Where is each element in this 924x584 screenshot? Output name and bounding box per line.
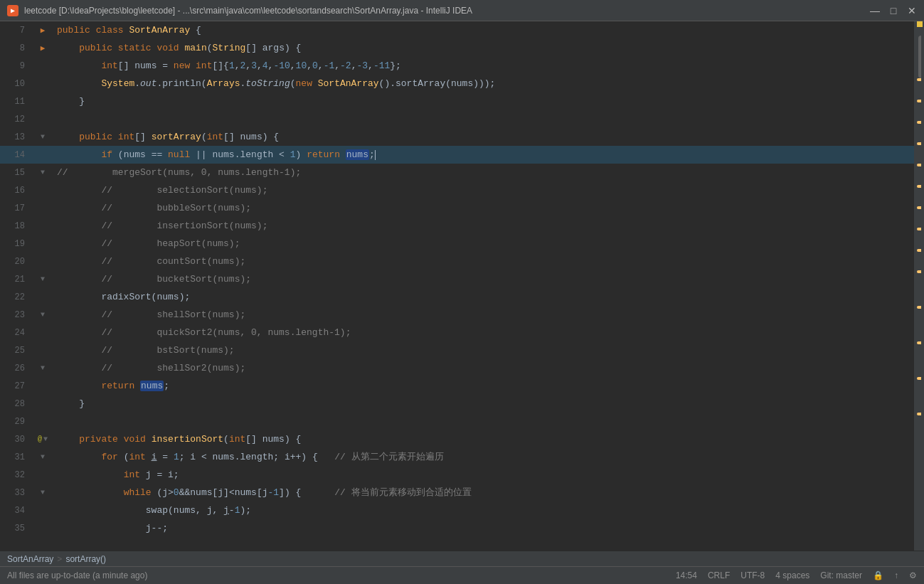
table-row: 10 System.out.println(Arrays.toString(ne… [0,75,914,92]
status-time[interactable]: 14:54 [676,570,697,580]
table-row: 12 [0,110,914,128]
fold-icon[interactable]: ▼ [41,275,45,283]
table-row: 23 ▼ // shellSort(nums); [0,306,914,324]
status-right: 14:54 CRLF UTF-8 4 spaces Git: master 🔒 … [676,570,917,580]
table-row: 33 ▼ while (j>0&&nums[j]<nums[j-1]) { //… [0,484,914,501]
table-row: 21 ▼ // bucketSort(nums); [0,270,914,288]
table-row: 20 // countSort(nums); [0,253,914,270]
fold-icon[interactable]: ▼ [41,169,45,176]
status-bar: All files are up-to-date (a minute ago) … [0,566,924,584]
right-gutter[interactable] [914,21,924,551]
bookmark-icon: @ [38,435,42,443]
code-editor[interactable]: 7 ▶ public class SortAnArray { 8 ▶ publi… [0,21,914,551]
table-row: 26 ▼ // shellSor2(nums); [0,359,914,377]
fold-icon[interactable]: ▼ [41,311,45,319]
fold-icon[interactable]: ▼ [41,489,45,497]
table-row: 34 swap(nums, j, j-1); [0,501,914,519]
fold-icon[interactable]: ▼ [43,435,48,443]
breadcrumb: SortAnArray > sortArray() [0,551,924,566]
status-indent[interactable]: 4 spaces [775,570,809,580]
table-row: 31 ▼ for (int i = 1; i < nums.length; i+… [0,448,914,466]
breadcrumb-sep: > [57,554,62,564]
table-row: 27 return nums; [0,377,914,395]
table-row: 15 ▼ // mergeSort(nums, 0, nums.length-1… [0,164,914,181]
table-row: 14 if (nums == null || nums.length < 1) … [0,146,914,164]
title-bar-controls[interactable]: — □ ✕ [870,6,917,16]
status-encoding[interactable]: UTF-8 [740,570,765,580]
error-indicator [917,21,923,27]
table-row: 13 ▼ public int[] sortArray(int[] nums) … [0,128,914,146]
table-row: 32 int j = i; [0,466,914,484]
table-row: 30 @ ▼ private void insertionSort(int[] … [0,430,914,448]
table-row: 18 // insertionSort(nums); [0,217,914,235]
title-text: leetcode [D:\IdeaProjects\blog\leetcode]… [24,6,472,16]
maximize-button[interactable]: □ [888,6,898,16]
table-row: 24 // quickSort2(nums, 0, nums.length-1)… [0,324,914,341]
table-row: 8 ▶ public static void main(String[] arg… [0,39,914,57]
fold-icon[interactable]: ▼ [41,133,45,141]
status-message: All files are up-to-date (a minute ago) [7,570,147,580]
breadcrumb-class[interactable]: SortAnArray [7,554,53,564]
table-row: 16 // selectionSort(nums); [0,181,914,199]
status-lock-icon[interactable]: 🔒 [873,570,883,580]
fold-icon[interactable]: ▼ [41,453,45,461]
table-row: 22 radixSort(nums); [0,288,914,306]
status-left: All files are up-to-date (a minute ago) [7,570,147,580]
minimize-button[interactable]: — [870,6,880,16]
table-row: 11 } [0,92,914,110]
table-row: 19 // heapSort(nums); [0,235,914,253]
table-row: 9 int[] nums = new int[]{1,2,3,4,-10,10,… [0,57,914,75]
table-row: 17 // bubbleSort(nums); [0,199,914,217]
title-bar-left: ▶ leetcode [D:\IdeaProjects\blog\leetcod… [7,5,472,16]
editor-container: 7 ▶ public class SortAnArray { 8 ▶ publi… [0,21,924,551]
breadcrumb-method[interactable]: sortArray() [65,554,106,564]
table-row: 35 j--; [0,519,914,537]
table-row: 28 } [0,395,914,413]
status-settings-icon[interactable]: ⚙ [909,570,917,580]
table-row: 7 ▶ public class SortAnArray { [0,21,914,39]
app-icon: ▶ [7,5,18,16]
close-button[interactable]: ✕ [907,6,917,16]
status-share-icon[interactable]: ↑ [894,570,898,580]
table-row: 25 // bstSort(nums); [0,341,914,359]
fold-icon[interactable]: ▼ [41,364,45,372]
status-line-ending[interactable]: CRLF [708,570,730,580]
title-bar: ▶ leetcode [D:\IdeaProjects\blog\leetcod… [0,0,924,21]
table-row: 29 [0,413,914,430]
status-git[interactable]: Git: master [820,570,862,580]
code-lines: 7 ▶ public class SortAnArray { 8 ▶ publi… [0,21,914,551]
